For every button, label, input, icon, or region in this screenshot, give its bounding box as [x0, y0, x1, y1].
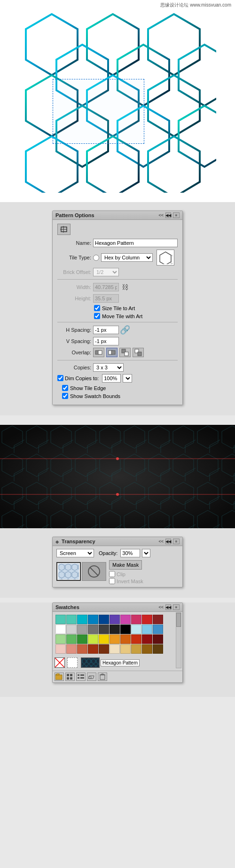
- swatch-cell[interactable]: [120, 615, 131, 624]
- scrollbar-thumb[interactable]: [176, 613, 181, 627]
- height-input[interactable]: [93, 294, 119, 303]
- trans-menu-button[interactable]: ≡: [173, 539, 180, 544]
- tile-type-select[interactable]: Hex by Column: [101, 253, 153, 262]
- svg-rect-50: [67, 677, 69, 680]
- dim-copies-mode-select[interactable]: ▼: [123, 374, 132, 383]
- overlap-btn-1[interactable]: [93, 348, 104, 357]
- swatch-cell[interactable]: [153, 615, 163, 624]
- swatch-grid-button[interactable]: [65, 673, 75, 681]
- v-spacing-input[interactable]: [93, 337, 119, 345]
- panel-menu-button[interactable]: ≡: [173, 212, 180, 218]
- swatch-cell[interactable]: [55, 634, 66, 644]
- transform-icon: [60, 226, 68, 233]
- size-to-art-checkbox[interactable]: [94, 305, 100, 311]
- pattern-options-titlebar: Pattern Options << ◀◀ ≡: [53, 211, 182, 220]
- svg-rect-53: [80, 674, 84, 676]
- swatch-cell[interactable]: [55, 644, 66, 654]
- swatch-cell[interactable]: [153, 625, 163, 634]
- overlap-btn-3[interactable]: [119, 348, 131, 357]
- clip-label: Clip: [117, 571, 125, 577]
- move-tile-label: Move Tile with Art: [102, 313, 142, 319]
- tile-type-radio-input[interactable]: [93, 255, 99, 261]
- swatch-cell[interactable]: [77, 634, 87, 644]
- named-swatch[interactable]: Hexagon Pattern: [81, 657, 140, 668]
- move-tile-checkbox[interactable]: [94, 313, 100, 319]
- swatches-collapse-button[interactable]: ◀◀: [165, 604, 171, 610]
- swatch-cell[interactable]: [77, 615, 87, 624]
- swatch-cell[interactable]: [88, 634, 98, 644]
- swatch-cell[interactable]: [153, 644, 163, 654]
- show-tile-edge-checkbox[interactable]: [62, 385, 68, 391]
- h-spacing-input[interactable]: [93, 326, 119, 334]
- opacity-select-arrow[interactable]: ▼: [142, 549, 150, 557]
- swatch-cell[interactable]: [88, 644, 98, 654]
- show-swatch-bounds-checkbox[interactable]: [62, 393, 68, 399]
- swatch-folder-button[interactable]: [55, 673, 64, 681]
- swatch-cell[interactable]: [142, 634, 152, 644]
- swatch-cell[interactable]: [77, 625, 87, 634]
- swatch-cell[interactable]: [99, 625, 109, 634]
- overlap-controls: [93, 348, 144, 357]
- blend-mode-select[interactable]: Screen: [56, 549, 94, 557]
- copies-select[interactable]: 3 x 3: [93, 363, 124, 372]
- trans-collapse-indicator: <<: [158, 539, 164, 544]
- swatch-cell[interactable]: [120, 625, 131, 634]
- swatch-cell[interactable]: [88, 625, 98, 634]
- overlap-btn-4[interactable]: [133, 348, 144, 357]
- swatch-cell[interactable]: [66, 634, 77, 644]
- swatch-cell[interactable]: [142, 625, 152, 634]
- swatch-cell[interactable]: [110, 634, 120, 644]
- transform-button[interactable]: [57, 224, 70, 235]
- swatch-open-button[interactable]: [87, 673, 96, 681]
- swatch-cell[interactable]: [142, 615, 152, 624]
- swatch-list-button[interactable]: [76, 673, 86, 681]
- swatch-delete-button[interactable]: [98, 673, 107, 681]
- trans-collapse-button[interactable]: ◀◀: [165, 539, 171, 544]
- swatch-cell[interactable]: [77, 644, 87, 654]
- swatch-cell[interactable]: [99, 634, 109, 644]
- svg-rect-52: [78, 674, 79, 676]
- overlap-btn-2[interactable]: [106, 348, 118, 357]
- swatches-scrollbar[interactable]: [176, 612, 181, 668]
- opacity-input[interactable]: [120, 549, 140, 557]
- swatch-cell[interactable]: [153, 634, 163, 644]
- white-swatch[interactable]: [67, 657, 78, 668]
- swatch-cell[interactable]: [131, 644, 141, 654]
- swatch-cell[interactable]: [120, 634, 131, 644]
- invert-mask-checkbox[interactable]: [109, 578, 115, 584]
- swatch-cell[interactable]: [110, 615, 120, 624]
- none-swatch[interactable]: [55, 657, 65, 668]
- swatch-cell[interactable]: [142, 644, 152, 654]
- swatch-cell[interactable]: [66, 615, 77, 624]
- trans-thumb-pattern[interactable]: [56, 562, 81, 581]
- swatch-cell[interactable]: [66, 644, 77, 654]
- swatch-cell[interactable]: [99, 644, 109, 654]
- dim-copies-checkbox[interactable]: [57, 375, 63, 381]
- swatch-cell[interactable]: [66, 625, 77, 634]
- swatch-cell[interactable]: [131, 615, 141, 624]
- clip-checkbox[interactable]: [109, 571, 115, 577]
- titlebar-controls: << ◀◀ ≡: [158, 212, 180, 218]
- swatch-cell[interactable]: [110, 644, 120, 654]
- panel-collapse-button[interactable]: ◀◀: [165, 212, 171, 218]
- make-mask-button[interactable]: Make Mask: [109, 560, 142, 570]
- transparency-title: ◆ Transparency: [55, 539, 95, 544]
- trans-thumbnails: [56, 562, 106, 581]
- swatch-cell[interactable]: [110, 625, 120, 634]
- swatch-cell[interactable]: [131, 625, 141, 634]
- dark-hex-svg: [0, 425, 235, 528]
- width-input[interactable]: [93, 283, 119, 291]
- trans-thumb-mask[interactable]: [82, 562, 106, 581]
- swatches-menu-button[interactable]: ≡: [173, 604, 180, 610]
- swatch-cell[interactable]: [88, 615, 98, 624]
- swatch-cell[interactable]: [55, 615, 66, 624]
- brick-offset-select[interactable]: 1/2: [93, 268, 119, 276]
- hex-preview: [157, 250, 174, 266]
- name-input[interactable]: [93, 239, 178, 247]
- swatch-cell[interactable]: [55, 625, 66, 634]
- dim-copies-input[interactable]: [102, 374, 121, 383]
- swatch-cell[interactable]: [99, 615, 109, 624]
- height-label: Height:: [57, 296, 91, 301]
- swatch-cell[interactable]: [120, 644, 131, 654]
- swatch-cell[interactable]: [131, 634, 141, 644]
